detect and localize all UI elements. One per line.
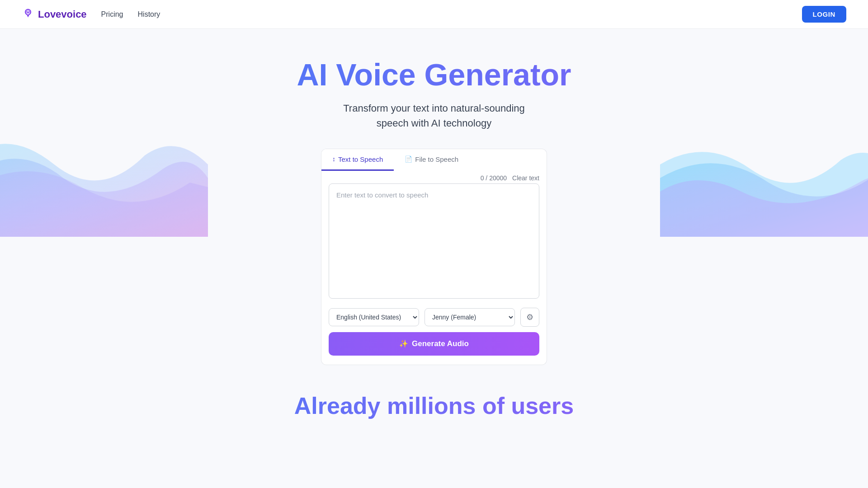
login-button[interactable]: LOGIN	[802, 6, 847, 23]
navbar: Lovevoice Pricing History LOGIN	[0, 0, 868, 29]
char-count: 0 / 20000	[481, 174, 507, 182]
nav-pricing[interactable]: Pricing	[101, 10, 123, 19]
wave-decoration-left	[0, 119, 208, 237]
speech-textarea[interactable]	[329, 183, 539, 299]
sparkle-icon: ✨	[399, 339, 408, 348]
nav-left: Lovevoice Pricing History	[22, 7, 160, 22]
main-content: AI Voice Generator Transform your text i…	[0, 29, 868, 446]
wave-decoration-right	[660, 119, 868, 237]
char-count-row: 0 / 20000 Clear text	[321, 171, 547, 183]
language-select[interactable]: English (United States) English (UK) Spa…	[329, 308, 419, 326]
controls-row: English (United States) English (UK) Spa…	[321, 300, 547, 327]
logo-text: Lovevoice	[38, 9, 87, 20]
voice-select[interactable]: Jenny (Female) Guy (Male) Aria (Female) …	[425, 308, 515, 326]
text-to-speech-icon: ↕	[332, 155, 335, 163]
generate-audio-button[interactable]: ✨ Generate Audio	[329, 332, 539, 356]
hero-title: AI Voice Generator	[0, 58, 868, 92]
generate-button-label: Generate Audio	[412, 339, 469, 348]
clear-text-button[interactable]: Clear text	[512, 174, 539, 182]
tab-text-to-speech-label: Text to Speech	[338, 155, 383, 163]
tab-bar: ↕ Text to Speech 📄 File to Speech	[321, 149, 547, 171]
file-to-speech-icon: 📄	[405, 155, 412, 163]
logo-icon	[22, 7, 34, 22]
gear-icon: ⚙	[526, 312, 533, 322]
settings-button[interactable]: ⚙	[520, 308, 539, 327]
bottom-section: Already millions of users	[0, 365, 868, 419]
card-body: 0 / 20000 Clear text English (United Sta…	[321, 171, 547, 365]
tab-text-to-speech[interactable]: ↕ Text to Speech	[321, 149, 394, 171]
logo-link[interactable]: Lovevoice	[22, 7, 87, 22]
nav-history[interactable]: History	[138, 10, 160, 19]
main-card: ↕ Text to Speech 📄 File to Speech 0 / 20…	[321, 149, 547, 365]
bottom-title: Already millions of users	[0, 392, 868, 419]
tab-file-to-speech[interactable]: 📄 File to Speech	[394, 149, 469, 171]
tab-file-to-speech-label: File to Speech	[415, 155, 458, 163]
hero-subtitle: Transform your text into natural-soundin…	[0, 101, 868, 131]
hero-section: AI Voice Generator Transform your text i…	[0, 29, 868, 131]
